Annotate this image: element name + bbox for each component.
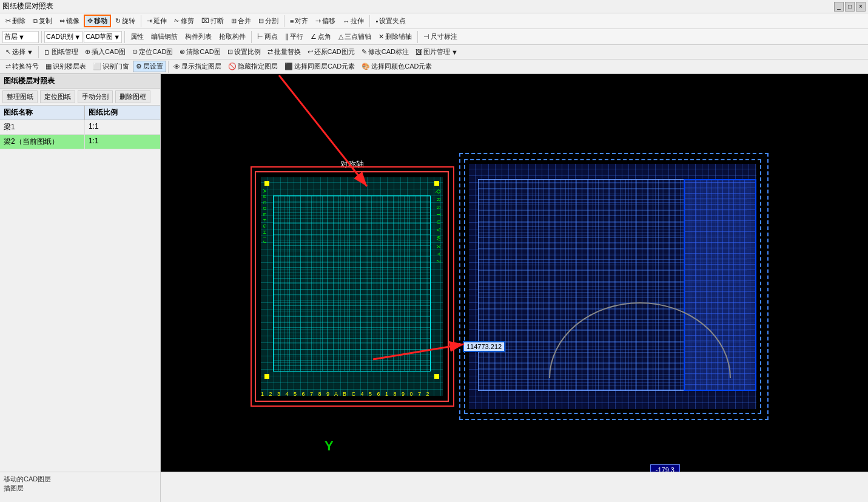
corner-bl <box>264 374 269 379</box>
two-point-button[interactable]: ⊢ 两点 <box>254 31 281 42</box>
left-panel: 图纸楼层对照表 整理图纸 定位图纸 手动分割 删除图框 图纸名称 图纸比例 梁1… <box>0 74 161 487</box>
setpoint-button[interactable]: • 设置夹点 <box>372 15 409 27</box>
modify-cad-label-button[interactable]: ✎ 修改CAD标注 <box>358 46 412 58</box>
status-right <box>161 472 868 502</box>
drawing-name-2: 梁2（当前图纸） <box>0 135 85 149</box>
insert-cad-button[interactable]: ⊕ 插入CAD图 <box>82 46 129 58</box>
floor-dropdown[interactable]: 首层 ▼ <box>2 31 39 43</box>
status-left: 移动的CAD图层 描图层 <box>0 472 161 502</box>
toolbar-row-4: ⇌ 转换符号 ▦ 识别楼层表 ⬜ 识别门窗 ⚙ 层设置 👁 显示指定图层 🚫 隐… <box>0 59 868 74</box>
table-header: 图纸名称 图纸比例 <box>0 106 160 120</box>
identify-floors-button[interactable]: ▦ 识别楼层表 <box>42 61 89 72</box>
toolbar-row-2: 首层 ▼ CAD识别 ▼ CAD草图 ▼ 属性 编辑钢筋 构件列表 抢取构件 ⊢… <box>0 29 868 45</box>
locate-drawing-button[interactable]: 定位图纸 <box>40 90 75 103</box>
corner-br <box>434 374 439 379</box>
display-layer-button[interactable]: 👁 显示指定图层 <box>170 61 224 72</box>
main-content: 图纸楼层对照表 整理图纸 定位图纸 手动分割 删除图框 图纸名称 图纸比例 梁1… <box>0 74 868 487</box>
select-button[interactable]: ↖ 选择 ▼ <box>2 46 36 58</box>
sep8 <box>38 46 39 58</box>
clear-cad-button[interactable]: ⊗ 清除CAD图 <box>177 46 223 58</box>
table-body: 梁1 1:1 梁2（当前图纸） 1:1 <box>0 120 160 149</box>
move-button[interactable]: ✥ 移动 <box>84 15 111 27</box>
toolbar-row-3: ↖ 选择 ▼ 🗒 图纸管理 ⊕ 插入CAD图 ⊙ 定位CAD图 ⊗ 清除CAD图… <box>0 45 868 59</box>
toolbar-row-1: ✂ 删除 ⧉ 复制 ⇔ 镜像 ✥ 移动 ↻ 旋转 ⇥ 延伸 ✁ 修剪 ⌧ 打断 … <box>0 13 868 29</box>
split-button[interactable]: ⊟ 分割 <box>255 15 281 27</box>
sep9 <box>168 61 169 73</box>
corner-marks <box>261 177 443 396</box>
cad-identify-dropdown[interactable]: CAD识别 ▼ <box>44 31 82 43</box>
sep5 <box>124 31 125 43</box>
dim-label-button[interactable]: ⊣ 尺寸标注 <box>420 31 460 42</box>
pickup-component-button[interactable]: 抢取构件 <box>216 31 249 42</box>
restore-button[interactable]: □ <box>845 2 855 12</box>
sep6 <box>251 31 252 43</box>
col-scale-header: 图纸比例 <box>85 106 160 120</box>
window-bar: 图纸楼层对照表 _ □ × <box>0 0 868 13</box>
component-list-button[interactable]: 构件列表 <box>182 31 215 42</box>
edit-rebar-button[interactable]: 编辑钢筋 <box>148 31 181 42</box>
mirror-button[interactable]: ⇔ 镜像 <box>56 15 82 27</box>
hide-layer-button[interactable]: 🚫 隐藏指定图层 <box>225 61 281 72</box>
cad-draft-dropdown[interactable]: CAD草图 ▼ <box>84 31 122 43</box>
sep1 <box>141 15 141 27</box>
manual-split-button[interactable]: 手动分割 <box>78 90 113 103</box>
window-controls: _ □ × <box>834 2 866 12</box>
stretch-button[interactable]: ↔ 拉伸 <box>340 15 367 27</box>
table-row[interactable]: 梁2（当前图纸） 1:1 <box>0 135 160 149</box>
offset-button[interactable]: ⇢ 偏移 <box>312 15 338 27</box>
fp-left-border: 对称轴 A B C D E F G H I J Q R S T U V W X … <box>255 171 449 402</box>
window-title: 图纸楼层对照表 <box>2 1 53 12</box>
identify-windows-button[interactable]: ⬜ 识别门窗 <box>90 61 132 72</box>
close-button[interactable]: × <box>856 2 866 12</box>
drawing-scale-2: 1:1 <box>85 135 160 149</box>
batch-replace-button[interactable]: ⇄ 批量替换 <box>264 46 304 58</box>
canvas-area[interactable]: 对称轴 A B C D E F G H I J Q R S T U V W X … <box>161 74 868 487</box>
status-text-2: 描图层 <box>4 484 156 493</box>
copy-button[interactable]: ⧉ 复制 <box>30 15 55 27</box>
y-axis-indicator: Y <box>325 438 334 454</box>
left-panel-toolbar: 整理图纸 定位图纸 手动分割 删除图框 <box>0 89 160 106</box>
corner-tr <box>434 181 439 186</box>
minimize-button[interactable]: _ <box>834 2 844 12</box>
image-mgmt-button[interactable]: 🖼 图片管理 ▼ <box>412 46 461 58</box>
align-button[interactable]: ≡ 对齐 <box>287 15 311 27</box>
fp-left-numbers-bottom: 1 2 3 4 5 6 7 8 9 A B C 4 5 6 1 8 9 0 7 … <box>261 391 443 397</box>
convert-symbol-button[interactable]: ⇌ 转换符号 <box>2 61 42 72</box>
drawing-name-1: 梁1 <box>0 120 85 134</box>
organize-drawings-button[interactable]: 整理图纸 <box>2 90 38 103</box>
delete-frame-button[interactable]: 删除图框 <box>115 90 150 103</box>
drawing-scale-1: 1:1 <box>85 120 160 134</box>
rotate-button[interactable]: ↻ 旋转 <box>112 15 138 27</box>
trim-button[interactable]: ✁ 修剪 <box>171 15 197 27</box>
drawing-mgmt-button[interactable]: 🗒 图纸管理 <box>41 46 81 58</box>
status-bar: 移动的CAD图层 描图层 <box>0 472 868 502</box>
properties-button[interactable]: 属性 <box>127 31 147 42</box>
sep2 <box>284 15 284 27</box>
fp-left-grid: A B C D E F G H I J Q R S T U V W X Y Z <box>261 177 443 396</box>
sep3 <box>369 15 370 27</box>
corner-tl <box>264 181 269 186</box>
col-name-header: 图纸名称 <box>0 106 85 120</box>
break-button[interactable]: ⌧ 打断 <box>198 15 227 27</box>
restore-cad-button[interactable]: ↩ 还原CAD图元 <box>304 46 358 58</box>
locate-cad-button[interactable]: ⊙ 定位CAD图 <box>129 46 176 58</box>
table-row[interactable]: 梁1 1:1 <box>0 120 160 135</box>
fp-left-label: 对称轴 <box>340 159 364 170</box>
select-same-layer-button[interactable]: ⬛ 选择同图层CAD元素 <box>281 61 358 72</box>
extend-button[interactable]: ⇥ 延伸 <box>144 15 170 27</box>
angle-point-button[interactable]: ∠ 点角 <box>308 31 334 42</box>
parallel-button[interactable]: ∥ 平行 <box>282 31 306 42</box>
left-panel-title: 图纸楼层对照表 <box>0 74 160 89</box>
sep7 <box>417 31 418 43</box>
delete-axis-button[interactable]: ✕ 删除辅轴 <box>375 31 415 42</box>
sep4 <box>41 31 42 43</box>
layer-settings-button[interactable]: ⚙ 层设置 <box>133 61 166 72</box>
status-text-1: 移动的CAD图层 <box>4 475 156 484</box>
three-point-axis-button[interactable]: △ 三点辅轴 <box>335 31 374 42</box>
move-input-box[interactable]: 114773.212 <box>463 341 505 352</box>
cad-floor-plan-left: 对称轴 A B C D E F G H I J Q R S T U V W X … <box>255 171 449 402</box>
delete-button[interactable]: ✂ 删除 <box>2 15 29 27</box>
merge-button[interactable]: ⊞ 合并 <box>228 15 254 27</box>
select-same-color-button[interactable]: 🎨 选择同颜色CAD元素 <box>358 61 435 72</box>
set-scale-button[interactable]: ⊡ 设置比例 <box>224 46 264 58</box>
